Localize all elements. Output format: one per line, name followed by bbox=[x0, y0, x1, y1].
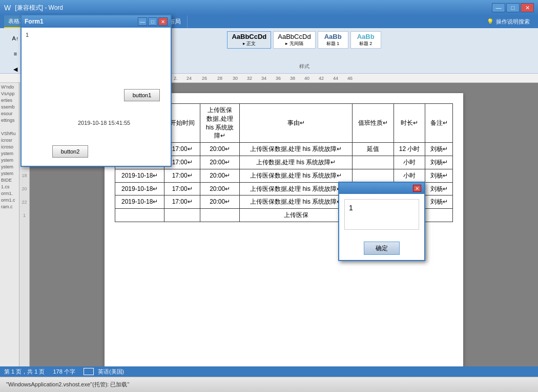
form1-label: 1 bbox=[26, 32, 29, 38]
word-count: 178 个字 bbox=[53, 368, 75, 376]
cell-note-5 bbox=[425, 209, 453, 222]
form1-button2[interactable]: button2 bbox=[52, 145, 88, 158]
cell-reason-5: 上传医保 bbox=[240, 209, 353, 222]
cell-end-2: 20:00↵ bbox=[200, 169, 240, 182]
cell-date-3: 2019-10-18↵ bbox=[115, 182, 164, 195]
table-row-2: 2019-10-18↵ 17:00↵ 20:00↵ 上传医保数据,处理 his … bbox=[115, 169, 453, 182]
sidebar-item-8: icrosr bbox=[1, 137, 18, 143]
col-duration: 时长↵ bbox=[394, 104, 425, 143]
status-bar: 第 1 页，共 1 页 178 个字 英语(美国) bbox=[0, 366, 538, 377]
sidebar-item-15: 1.cs bbox=[1, 184, 18, 190]
cell-reason-1: 上传数据,处理 his 系统故障↵ bbox=[240, 156, 353, 169]
sidebar-item-16: orm1. bbox=[1, 190, 18, 197]
sidebar-item-18: ram.c bbox=[1, 204, 18, 210]
dialog-content-area: 1 bbox=[344, 199, 419, 230]
sidebar-item-11: ystem bbox=[1, 157, 18, 163]
ruler-22: 2. bbox=[174, 76, 178, 81]
left-sidebar: W'ndo VsApp erties ssemb esour ettings V… bbox=[0, 83, 19, 366]
close-button[interactable]: ✕ bbox=[521, 3, 534, 12]
maximize-button[interactable]: □ bbox=[506, 3, 520, 12]
dialog-title: ✕ bbox=[339, 183, 424, 194]
language: 英语(美国) bbox=[98, 368, 124, 376]
cell-dur-0: 12 小时 bbox=[394, 143, 425, 156]
search-hint: 操作说明搜索 bbox=[496, 18, 530, 26]
cell-start-2: 17:00↵ bbox=[164, 169, 200, 182]
dialog-close-btn[interactable]: ✕ bbox=[413, 185, 421, 192]
dialog-body: 1 确定 bbox=[339, 194, 424, 260]
cell-start-5 bbox=[164, 209, 200, 222]
cell-dur-2: 小时 bbox=[394, 169, 425, 182]
form1-title: Form1 — □ ✕ bbox=[22, 15, 171, 28]
sidebar-item-2: erties bbox=[1, 97, 18, 103]
cell-note-1: 刘杨↵ bbox=[425, 156, 453, 169]
cell-reason-0: 上传医保数据,处理 his 系统故障↵ bbox=[240, 143, 353, 156]
taskbar-text: "WindowsApplication2.vshost.exe"(托管): 已加… bbox=[6, 381, 129, 388]
title-bar-text: [兼容模式] - Word bbox=[15, 4, 63, 12]
cell-reason-4: 上传医保数据,处理 his 系统故障↵ bbox=[240, 195, 353, 209]
lightbulb-icon: 💡 bbox=[487, 18, 494, 25]
form1-datetime: 2019-10-18 15:41:55 bbox=[78, 120, 130, 126]
ruler-36: 36 bbox=[276, 76, 281, 81]
cell-end-0: 20:00↵ bbox=[200, 143, 240, 156]
cell-note-0: 刘杨↵ bbox=[425, 143, 453, 156]
page-info: 第 1 页，共 1 页 bbox=[4, 368, 45, 376]
sidebar-item-4: esour bbox=[1, 111, 18, 117]
form1-body: 1 button1 2019-10-18 15:41:55 button2 bbox=[22, 28, 171, 166]
ruler-42: 42 bbox=[319, 76, 324, 81]
sidebar-item-12: ystem bbox=[1, 164, 18, 170]
ruler-28: 28 bbox=[217, 76, 222, 81]
cell-date-4: 2019-10-18↵ bbox=[115, 195, 164, 209]
style-no-spacing[interactable]: AaBbCcDd ▸ 无间隔 bbox=[273, 31, 315, 49]
sidebar-item-17: orm1.c bbox=[1, 197, 18, 203]
ruler-40: 40 bbox=[304, 76, 309, 81]
taskbar: "WindowsApplication2.vshost.exe"(托管): 已加… bbox=[0, 377, 538, 392]
sidebar-item-7: VShRu bbox=[1, 130, 18, 137]
style-heading1[interactable]: AaBb 标题 1 bbox=[318, 31, 348, 49]
col-cause: 事由↵ bbox=[240, 104, 353, 143]
form1-minimize-btn[interactable]: — bbox=[138, 17, 147, 26]
form1-maximize-btn[interactable]: □ bbox=[148, 17, 157, 26]
form1-title-controls: — □ ✕ bbox=[138, 17, 168, 26]
style-heading2[interactable]: AaBb 标题 2 bbox=[350, 31, 381, 49]
ruler-30: 30 bbox=[233, 76, 238, 81]
style-normal[interactable]: AaBbCcDd ▸ 正文 bbox=[227, 31, 271, 49]
sidebar-item-14: BIDE bbox=[1, 177, 18, 183]
word-icon: W bbox=[4, 4, 11, 12]
spell-check-icon[interactable] bbox=[84, 368, 94, 375]
title-bar-left: W [兼容模式] - Word bbox=[4, 4, 63, 12]
sidebar-item-10: ystem bbox=[1, 150, 18, 157]
cell-start-3: 17:00↵ bbox=[164, 182, 200, 195]
cell-reason-2: 上传医保数据,处理 his 系统故障↵ bbox=[240, 169, 353, 182]
cell-date-2: 2019-10-18↵ bbox=[115, 169, 164, 182]
ruler-34: 34 bbox=[261, 76, 266, 81]
col-reason-header: 上传医保数据,处理his 系统故障↵ bbox=[200, 104, 240, 143]
dialog-confirm-btn[interactable]: 确定 bbox=[364, 242, 400, 255]
minimize-button[interactable]: — bbox=[492, 3, 505, 12]
cell-type-1 bbox=[352, 156, 394, 169]
cell-end-1: 20:00↵ bbox=[200, 156, 240, 169]
cell-type-2 bbox=[352, 169, 394, 182]
form1-close-btn[interactable]: ✕ bbox=[158, 17, 168, 26]
cell-end-3: 20:00↵ bbox=[200, 182, 240, 195]
cell-date-5 bbox=[115, 209, 164, 222]
cell-note-4: 刘杨↵ bbox=[425, 195, 453, 209]
cell-start-4: 17:00↵ bbox=[164, 195, 200, 209]
ruler-32: 32 bbox=[247, 76, 252, 81]
sidebar-item-3: ssemb bbox=[1, 104, 18, 110]
styles-box: AaBbCcDd ▸ 正文 AaBbCcDd ▸ 无间隔 AaBb 标题 1 A… bbox=[227, 31, 381, 49]
sidebar-item-1: VsApp bbox=[1, 91, 18, 97]
sidebar-item-0: W'ndo bbox=[1, 84, 18, 90]
title-bar-controls: — □ ✕ bbox=[492, 3, 534, 12]
cell-note-2: 刘杨↵ bbox=[425, 169, 453, 182]
ruler-44: 44 bbox=[333, 76, 338, 81]
form1-button1[interactable]: button1 bbox=[124, 89, 160, 101]
cell-dur-1: 小时 bbox=[394, 156, 425, 169]
cell-type-0: 延值 bbox=[352, 143, 394, 156]
dialog-content-text: 1 bbox=[349, 204, 353, 212]
sidebar-item-9: icroso bbox=[1, 144, 18, 150]
ruler-26: 26 bbox=[202, 76, 207, 81]
sidebar-item-6 bbox=[1, 124, 18, 130]
dialog-box: ✕ 1 确定 bbox=[338, 182, 425, 261]
ruler-38: 38 bbox=[290, 76, 295, 81]
cell-note-3: 刘杨↵ bbox=[425, 182, 453, 195]
